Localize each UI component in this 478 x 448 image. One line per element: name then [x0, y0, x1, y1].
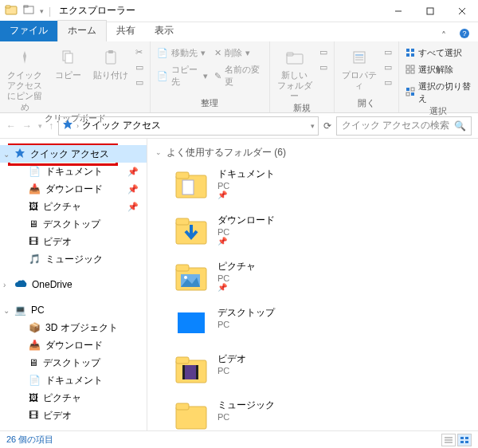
item-documents[interactable]: ドキュメントPC📌	[155, 161, 470, 207]
item-videos[interactable]: ビデオPC	[155, 346, 470, 392]
svg-rect-50	[176, 403, 189, 410]
svg-rect-23	[411, 53, 414, 57]
svg-rect-45	[176, 357, 189, 364]
forward-button[interactable]: →	[22, 120, 32, 132]
properties-icon	[348, 46, 370, 69]
breadcrumb-location[interactable]: クイック アクセス	[82, 119, 161, 132]
tab-view[interactable]: 表示	[145, 21, 183, 41]
back-button[interactable]: ←	[6, 120, 16, 132]
ribbon-collapse-icon[interactable]: ˄	[437, 30, 451, 41]
tree-pc-pictures[interactable]: 🖼ピクチャ	[0, 389, 147, 407]
group-header[interactable]: ⌄ よく使用するフォルダー (6)	[155, 143, 470, 161]
refresh-button[interactable]: ⟳	[323, 120, 331, 132]
item-downloads[interactable]: ダウンロードPC📌	[155, 207, 470, 253]
svg-rect-35	[176, 172, 189, 179]
pin-icon: 📌	[127, 184, 139, 195]
tree-videos[interactable]: 🎞ビデオ	[0, 233, 147, 250]
chevron-down-icon[interactable]: ⌄	[155, 148, 162, 156]
folder-icon: 🖼	[29, 392, 38, 403]
cut-button[interactable]: ✂	[134, 46, 145, 58]
maximize-button[interactable]	[414, 0, 446, 22]
navigation-tree[interactable]: ⌄ クイック アクセス 📄ドキュメント📌 📥ダウンロード📌 🖼ピクチャ📌 🖥デス…	[0, 139, 147, 430]
svg-rect-26	[406, 70, 409, 73]
items-list: ドキュメントPC📌 ダウンロードPC📌 ピクチャPC📌 デスクトップPC ビデオ…	[155, 161, 470, 430]
pin-to-quickaccess-button[interactable]: クイック アクセスにピン留め	[5, 46, 45, 112]
move-to-button[interactable]: 📄移動先 ▾	[155, 46, 210, 60]
qat-dropdown-icon[interactable]: ▾	[40, 7, 44, 15]
svg-rect-28	[406, 88, 409, 91]
tab-share[interactable]: 共有	[107, 21, 145, 41]
copy-path-button[interactable]: ▭	[134, 61, 145, 73]
minimize-button[interactable]	[382, 0, 414, 22]
address-dropdown-icon[interactable]: ▾	[311, 122, 315, 130]
tree-pc-desktop[interactable]: 🖥デスクトップ	[0, 354, 147, 371]
edit-button[interactable]: ▭	[382, 61, 394, 73]
svg-marker-32	[63, 120, 72, 129]
tree-onedrive[interactable]: › OneDrive	[0, 276, 147, 293]
scissors-icon: ✂	[135, 47, 143, 57]
tab-home[interactable]: ホーム	[57, 20, 107, 41]
item-desktop[interactable]: デスクトップPC	[155, 300, 470, 346]
easy-access-button[interactable]: ▭	[318, 61, 329, 73]
folder-icon: 📄	[29, 375, 41, 386]
paste-button[interactable]: 貼り付け	[91, 46, 131, 81]
pc-icon: 💻	[14, 305, 26, 316]
select-none-button[interactable]: 選択解除	[404, 63, 473, 77]
svg-rect-25	[411, 65, 414, 69]
item-music[interactable]: ミュージックPC	[155, 392, 470, 430]
close-button[interactable]	[446, 0, 478, 22]
title-bar: ▾ | エクスプローラー	[0, 0, 478, 22]
tree-downloads[interactable]: 📥ダウンロード📌	[0, 180, 147, 198]
pin-icon: 📌	[217, 191, 275, 199]
new-folder-button[interactable]: 新しい フォルダー	[275, 46, 315, 102]
select-all-button[interactable]: すべて選択	[404, 46, 473, 60]
tree-pc-3d[interactable]: 📦3D オブジェクト	[0, 319, 147, 336]
tree-quick-access[interactable]: ⌄ クイック アクセス	[0, 145, 147, 163]
up-button[interactable]: ↑	[49, 120, 53, 132]
svg-rect-43	[178, 312, 205, 333]
quick-access-toolbar: ▾ |	[0, 3, 51, 18]
tree-pictures[interactable]: 🖼ピクチャ📌	[0, 198, 147, 215]
rename-button[interactable]: ✎名前の変更	[213, 63, 264, 88]
tree-documents[interactable]: 📄ドキュメント📌	[0, 163, 147, 180]
copy-button[interactable]: コピー	[48, 46, 88, 81]
expander-icon[interactable]: ›	[3, 281, 6, 289]
tree-pc-videos[interactable]: 🎞ビデオ	[0, 407, 147, 424]
tree-pc-downloads[interactable]: 📥ダウンロード	[0, 336, 147, 354]
folder-icon: 🖥	[29, 218, 38, 230]
crumb-chevron-icon[interactable]: ›	[76, 122, 79, 130]
tree-pc-documents[interactable]: 📄ドキュメント	[0, 371, 147, 389]
group-organize-label: 整理	[155, 97, 264, 111]
invert-selection-button[interactable]: 選択の切り替え	[404, 80, 473, 105]
folder-icon: 🎞	[29, 236, 38, 247]
folder-icon: 🎞	[29, 410, 38, 421]
group-select: すべて選択 選択解除 選択の切り替え 選択	[399, 41, 478, 112]
ribbon-tabs: ファイル ホーム 共有 表示 ˄ ?	[0, 22, 478, 41]
select-all-icon	[406, 48, 415, 59]
expander-icon[interactable]: ⌄	[3, 150, 10, 159]
recent-locations-button[interactable]: ▾	[38, 122, 42, 130]
new-item-button[interactable]: ▭	[318, 46, 329, 58]
address-bar[interactable]: › クイック アクセス ▾	[58, 116, 319, 136]
details-view-button[interactable]	[441, 434, 456, 446]
paste-shortcut-button[interactable]: ▭	[134, 77, 145, 88]
delete-button[interactable]: ✕削除 ▾	[213, 46, 264, 60]
desktop-folder-icon	[174, 306, 208, 340]
icons-view-button[interactable]	[457, 434, 472, 446]
svg-point-42	[184, 276, 187, 279]
copy-to-button[interactable]: 📄コピー先 ▾	[155, 63, 210, 88]
main-view[interactable]: ⌄ よく使用するフォルダー (6) ドキュメントPC📌 ダウンロードPC📌 ピク…	[147, 139, 478, 430]
tree-pc[interactable]: ⌄ 💻 PC	[0, 301, 147, 319]
help-icon[interactable]: ?	[451, 28, 478, 41]
search-box[interactable]: クイック アクセスの検索 🔍	[336, 116, 472, 136]
properties-button[interactable]: プロパティ	[339, 46, 379, 91]
group-new: 新しい フォルダー ▭ ▭ 新規	[270, 41, 335, 112]
history-button[interactable]: ▭	[382, 77, 394, 88]
qat-new-folder-icon[interactable]	[22, 3, 35, 18]
tree-desktop[interactable]: 🖥デスクトップ	[0, 215, 147, 233]
open-button[interactable]: ▭	[382, 46, 394, 58]
tab-file[interactable]: ファイル	[0, 21, 57, 41]
expander-icon[interactable]: ⌄	[3, 306, 10, 315]
tree-music[interactable]: 🎵ミュージック	[0, 250, 147, 268]
item-pictures[interactable]: ピクチャPC📌	[155, 253, 470, 300]
